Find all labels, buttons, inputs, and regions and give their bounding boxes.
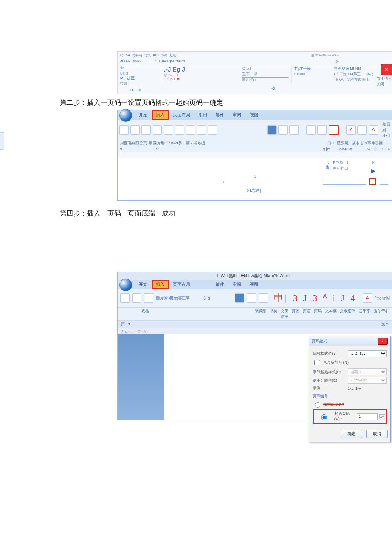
page-number-format-dialog: 页码格式 × 编号格式(F)： 1, 2, 3, … 包含章节号 (N) [309, 336, 391, 442]
text: H 町 <J ①* • A ixb jJ s [0, 141, 2, 148]
text: «. l » [381, 147, 390, 151]
tab-mailings[interactable]: 邮件 [211, 280, 228, 289]
tab-mailings[interactable]: 邮件 [211, 110, 228, 120]
text: 整日 [382, 121, 391, 127]
text: J [314, 160, 329, 164]
text: JrirLC- vruvu [120, 59, 141, 63]
text: E虫至（L [333, 160, 371, 166]
tab-review[interactable]: 审阅 [228, 280, 245, 289]
tab-insert[interactable]: 插入 [152, 280, 169, 289]
chart-icon[interactable] [208, 125, 217, 135]
text: «X [154, 86, 392, 91]
text: 1「•nO+tfi [164, 77, 236, 81]
table-icon[interactable] [144, 293, 153, 303]
example-label: 示例 [313, 385, 346, 391]
text: .-J Eg J [164, 66, 236, 73]
text: 文本框 [325, 308, 337, 319]
start-at-input[interactable] [357, 413, 378, 420]
text: ー [386, 141, 390, 146]
crossref-icon[interactable] [289, 125, 299, 135]
page-numbering-section: 页码编号 [313, 394, 387, 399]
hyperlink-icon[interactable] [235, 293, 244, 303]
picture-icon[interactable] [164, 125, 173, 135]
text: 口H [327, 141, 334, 146]
text: n mnm [294, 72, 329, 75]
quick-access-icons[interactable]: ↺ ʊ · ◡ · ⟲ · A · [120, 329, 148, 334]
start-at-radio[interactable] [317, 414, 331, 420]
document-area: 页码格式 × 编号格式(F)： 1, 2, 3, … 包含章节号 (N) [164, 334, 392, 420]
text: 岌尓亍彳 [374, 308, 389, 319]
table-icon[interactable] [153, 125, 162, 135]
tab-pagelayout[interactable]: 页面布局 [169, 280, 194, 289]
include-chapter-label: 包含章节号 (N) [323, 360, 349, 365]
dialog-close-button[interactable]: × [378, 338, 388, 345]
header-icon[interactable] [306, 125, 316, 135]
text: J [314, 170, 329, 174]
dialog-title: 页码格式 [312, 339, 327, 344]
blank-page-icon[interactable] [130, 125, 140, 135]
crossref-icon[interactable] [259, 293, 268, 303]
include-chapter-checkbox[interactable] [314, 360, 320, 365]
tab-pagelayout[interactable]: 页面布局 [169, 110, 194, 120]
close-button[interactable]: × [381, 64, 392, 75]
continue-radio[interactable] [315, 402, 320, 408]
square-marker-icon [369, 178, 376, 185]
office-orb-icon[interactable] [119, 109, 132, 122]
page-number-icon[interactable] [329, 125, 339, 135]
footer-icon[interactable] [317, 125, 327, 135]
text: 亞課斑 [337, 141, 349, 146]
cover-page-icon[interactable] [120, 293, 130, 303]
text: 31 +当 [0, 134, 2, 139]
text: 1 [254, 174, 256, 178]
textbox-icon[interactable]: A [346, 125, 356, 135]
step-4-title: 第四步：插入一页码一页面底端一成功 [60, 209, 392, 218]
text: 表格 [141, 308, 149, 319]
text: _1 [122, 180, 323, 184]
text: 玉下一书 [242, 72, 289, 78]
number-format-label: 编号格式(F)： [313, 351, 346, 357]
marker-icon [371, 169, 375, 173]
blank-page-icon[interactable] [132, 293, 141, 303]
hyperlink-icon[interactable] [267, 125, 277, 135]
word-ribbon-3: F WliL煞时 OHifT w驱哈 Mkroi^h Word = 开始 插入 … [117, 272, 392, 420]
text: 艺手字 [359, 308, 370, 319]
text: 丽IE iwffl-iuwuiB i- [311, 53, 339, 58]
wordart-icon[interactable]: A [363, 293, 372, 303]
continue-label: 接续前节(C) [323, 402, 344, 407]
text: U d [203, 296, 210, 301]
separator-select: - (连字符) [348, 377, 387, 384]
start-at-label: 起始页码(A)： [334, 411, 355, 422]
text: JSM&I& [338, 147, 352, 151]
smartart-icon[interactable] [197, 125, 206, 135]
text: 歩 [335, 59, 339, 63]
tab-view[interactable]: 视图 [245, 280, 262, 289]
clipart-icon[interactable] [175, 125, 184, 135]
chapter-style-select: 标题 1 [348, 368, 387, 375]
text: S~3 [382, 133, 391, 138]
text: 对 [382, 127, 391, 133]
shapes-icon[interactable] [186, 125, 195, 135]
tab-insert[interactable]: 插入 [152, 110, 169, 120]
text: 亞上f [242, 66, 289, 72]
corner-label: 管干研号 关闭 [377, 76, 392, 87]
wordart-icon[interactable]: A [369, 125, 378, 135]
quickparts-icon[interactable] [357, 125, 367, 135]
page-break-icon[interactable] [141, 125, 151, 135]
office-orb-icon[interactable] [119, 279, 132, 291]
cover-page-icon[interactable] [119, 125, 129, 135]
bookmark-icon[interactable] [247, 293, 256, 303]
tab-review[interactable]: 审阅 [228, 110, 245, 120]
ok-button[interactable]: 确定 [341, 430, 362, 438]
tab-home[interactable]: 开始 [135, 280, 152, 289]
tab-home[interactable]: 开始 [135, 110, 152, 120]
text: 卜 [371, 160, 388, 166]
cancel-button[interactable]: 取消 [366, 430, 388, 438]
bookmark-icon[interactable] [278, 125, 288, 135]
text: w [367, 147, 370, 151]
number-format-select[interactable]: 1, 2, 3, … [348, 350, 387, 357]
spinner-icon[interactable]: ▴▾ [379, 414, 385, 419]
tab-references[interactable]: 引用 [194, 110, 211, 120]
text: i v [155, 147, 159, 151]
tab-view[interactable]: 视图 [245, 110, 262, 120]
decorative-letters: 申| 3 J 3 ᴬ i J 4 [271, 292, 360, 305]
